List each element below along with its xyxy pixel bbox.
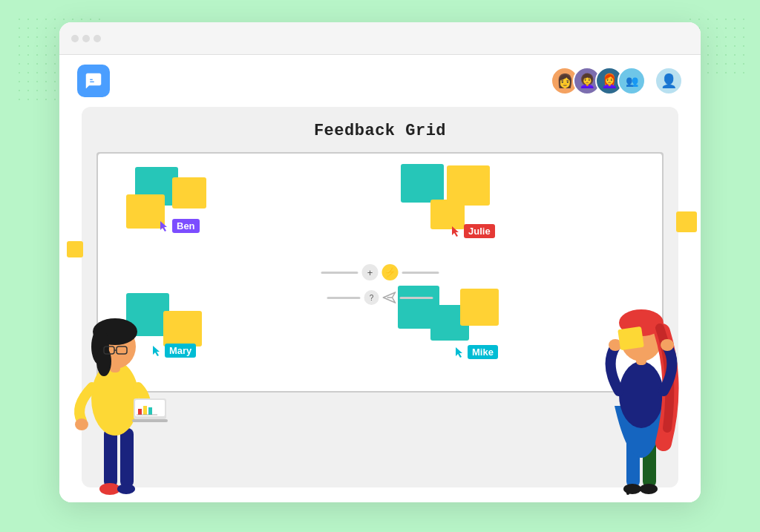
app-header: 👩 👩‍🦱 👩‍🦰 👥 👤 [59, 55, 701, 107]
browser-dot-3 [94, 35, 101, 42]
svg-point-29 [640, 484, 658, 494]
line-top [327, 297, 361, 299]
cursor-mike: Mike [454, 345, 498, 359]
cursor-arrow-mike [454, 346, 465, 359]
avatar-group: 👩 👩‍🦱 👩‍🦰 👥 [551, 67, 646, 95]
user-label-ben: Ben [172, 219, 200, 233]
svg-point-7 [99, 483, 120, 495]
svg-point-36 [661, 339, 674, 351]
question-button[interactable]: ? [364, 290, 379, 305]
svg-point-18 [75, 418, 88, 430]
grid-title: Feedback Grid [96, 122, 664, 140]
browser-chrome [59, 22, 701, 55]
user-label-mike: Mike [468, 345, 498, 359]
avatar-add-user[interactable]: 👥 [618, 67, 646, 95]
svg-rect-22 [143, 406, 147, 415]
browser-body: 👩 👩‍🦱 👩‍🦰 👥 👤 Feedback Grid [59, 55, 701, 502]
center-controls-v: ? [327, 290, 433, 305]
avatar-current-user[interactable]: 👤 [655, 67, 683, 95]
browser-window: 👩 👩‍🦱 👩‍🦰 👥 👤 Feedback Grid [59, 22, 701, 502]
add-column-button[interactable]: + [362, 264, 379, 280]
app-logo[interactable] [77, 65, 110, 97]
line-bottom [400, 297, 433, 299]
sticky-teal-q2[interactable] [401, 164, 444, 203]
line-left [321, 272, 358, 274]
browser-dots [71, 35, 101, 42]
svg-rect-6 [120, 428, 134, 487]
svg-rect-37 [618, 326, 644, 350]
chat-icon [85, 72, 102, 90]
browser-dot-1 [71, 35, 79, 42]
svg-point-28 [623, 484, 641, 494]
cursor-arrow-julie [451, 225, 461, 238]
svg-rect-5 [104, 428, 117, 487]
svg-rect-23 [148, 407, 152, 415]
figure-right-svg [582, 235, 701, 502]
user-label-julie: Julie [464, 224, 495, 238]
send-icon[interactable] [383, 292, 396, 303]
lightning-button[interactable]: ⚡ [382, 264, 399, 280]
feedback-grid: Ben [96, 152, 664, 393]
figure-right [582, 235, 701, 502]
sticky-yellow-q4[interactable] [460, 289, 499, 326]
svg-rect-21 [138, 409, 142, 415]
figure-left-svg [59, 250, 174, 502]
center-controls-h: + ⚡ [321, 264, 439, 280]
sticky-yellow-q1b[interactable] [172, 177, 206, 208]
figure-left [59, 250, 174, 502]
float-sticky-right [676, 211, 697, 232]
cursor-julie: Julie [451, 224, 495, 238]
line-right [402, 272, 439, 274]
svg-point-31 [619, 361, 664, 428]
user-avatars: 👩 👩‍🦱 👩‍🦰 👥 👤 [551, 67, 683, 95]
cursor-arrow-ben [159, 220, 169, 233]
svg-rect-25 [132, 419, 168, 422]
browser-dot-2 [82, 35, 90, 42]
cursor-ben: Ben [159, 219, 200, 233]
svg-point-8 [117, 484, 135, 494]
svg-rect-30 [626, 487, 629, 495]
